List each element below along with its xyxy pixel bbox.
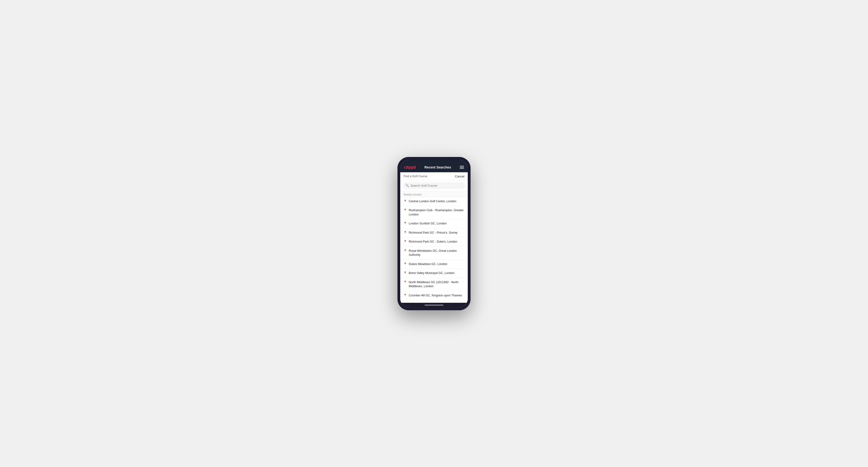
course-name: Royal Wimbledon GC, Great London Authori… <box>409 249 464 257</box>
course-name: North Middlesex GC (1011942 - North Midd… <box>409 280 464 289</box>
list-item[interactable]: 📍London Scottish GC, London <box>400 219 468 228</box>
nearby-courses-label: Nearby courses <box>400 191 468 197</box>
app-header: clippd Recent Searches <box>400 163 468 172</box>
search-icon: 🔍 <box>405 184 409 187</box>
pin-icon: 📍 <box>404 281 407 284</box>
hamburger-menu-icon[interactable] <box>460 166 464 169</box>
app-logo: clippd <box>404 165 416 170</box>
pin-icon: 📍 <box>404 271 407 275</box>
course-name: Richmond Park GC - Duke's, London <box>409 240 457 244</box>
home-bar <box>425 305 443 306</box>
course-name: Roehampton Club - Roehampton, Greater Lo… <box>409 208 464 217</box>
list-item[interactable]: 📍Central London Golf Centre, London <box>400 197 468 206</box>
cancel-button[interactable]: Cancel <box>455 175 464 178</box>
pin-icon: 📍 <box>404 231 407 234</box>
find-bar: Find a Golf Course Cancel <box>400 172 468 180</box>
search-container: 🔍 <box>400 180 468 191</box>
list-item[interactable]: 📍Roehampton Club - Roehampton, Greater L… <box>400 206 468 219</box>
list-item[interactable]: 📍Richmond Park GC - Prince's, Surrey <box>400 228 468 238</box>
pin-icon: 📍 <box>404 249 407 252</box>
list-item[interactable]: 📍Royal Wimbledon GC, Great London Author… <box>400 247 468 260</box>
app-title: Recent Searches <box>425 165 451 169</box>
search-input-wrapper: 🔍 <box>403 182 465 189</box>
find-label: Find a Golf Course <box>404 175 427 178</box>
phone-frame: clippd Recent Searches Find a Golf Cours… <box>397 157 471 310</box>
course-name: Brent Valley Municipal GC, London <box>409 271 455 275</box>
list-item[interactable]: 📍Coombe Hill GC, Kingston upon Thames <box>400 291 468 301</box>
list-item[interactable]: 📍Richmond Park GC - Duke's, London <box>400 238 468 247</box>
course-name: Dukes Meadows GC, London <box>409 262 447 267</box>
course-name: Richmond Park GC - Prince's, Surrey <box>409 231 458 235</box>
list-item[interactable]: 📍Brent Valley Municipal GC, London <box>400 269 468 278</box>
course-list: 📍Central London Golf Centre, London📍Roeh… <box>400 197 468 303</box>
course-name: Coombe Hill GC, Kingston upon Thames <box>409 293 462 298</box>
notch-area <box>400 160 468 163</box>
home-indicator <box>400 303 468 308</box>
course-name: Central London Golf Centre, London <box>409 199 457 204</box>
pin-icon: 📍 <box>404 199 407 203</box>
course-name: London Scottish GC, London <box>409 222 447 226</box>
phone-inner: clippd Recent Searches Find a Golf Cours… <box>400 160 468 308</box>
pin-icon: 📍 <box>404 209 407 212</box>
pin-icon: 📍 <box>404 222 407 225</box>
search-input[interactable] <box>410 184 463 187</box>
pin-icon: 📍 <box>404 240 407 243</box>
pin-icon: 📍 <box>404 262 407 266</box>
list-item[interactable]: 📍North Middlesex GC (1011942 - North Mid… <box>400 278 468 291</box>
list-item[interactable]: 📍Dukes Meadows GC, London <box>400 260 468 269</box>
content-area: Find a Golf Course Cancel 🔍 Nearby cours… <box>400 172 468 303</box>
pin-icon: 📍 <box>404 294 407 297</box>
